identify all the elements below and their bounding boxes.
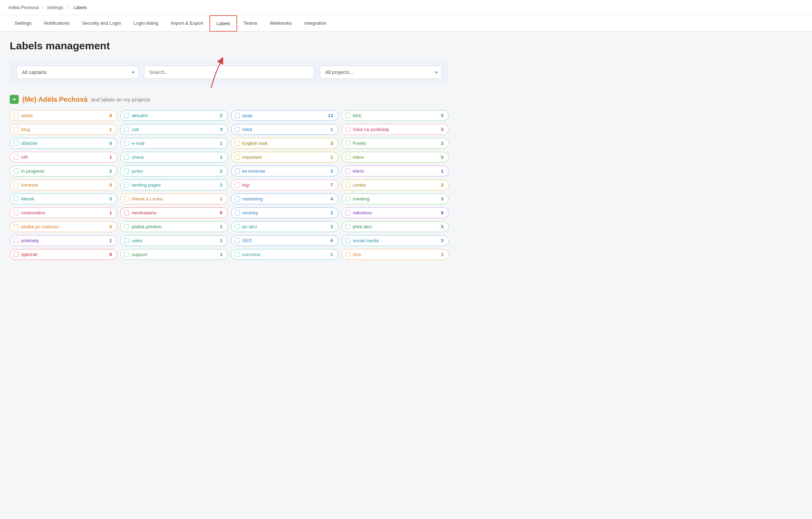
add-label-button[interactable]: + — [10, 95, 19, 104]
label-item[interactable]: HR 1 — [10, 152, 117, 163]
tab-import-export[interactable]: Import & Export — [164, 15, 209, 31]
label-checkbox[interactable] — [345, 210, 350, 215]
label-checkbox[interactable] — [235, 238, 240, 243]
label-checkbox[interactable] — [345, 113, 350, 118]
label-item[interactable]: kontrola 0 — [10, 180, 117, 190]
label-item[interactable]: support 1 — [120, 249, 227, 260]
tab-webhooks[interactable]: Webhooks — [264, 15, 298, 31]
label-item[interactable]: sales 1 — [120, 235, 227, 246]
label-checkbox[interactable] — [124, 182, 129, 188]
label-item[interactable]: běží 5 — [341, 110, 449, 121]
label-item[interactable]: klient 1 — [341, 166, 449, 176]
label-checkbox[interactable] — [345, 182, 350, 188]
label-item[interactable]: SEO 6 — [231, 235, 338, 246]
label-item[interactable]: Lenka 2 — [341, 180, 449, 190]
tab-teams[interactable]: Teams — [237, 15, 264, 31]
label-checkbox[interactable] — [124, 238, 129, 243]
label-checkbox[interactable] — [345, 155, 350, 160]
tab-login-listing[interactable]: Login listing — [127, 15, 164, 31]
projects-filter[interactable]: All projects... — [320, 66, 442, 79]
label-checkbox[interactable] — [124, 155, 129, 160]
label-checkbox[interactable] — [14, 196, 19, 201]
label-checkbox[interactable] — [235, 196, 240, 201]
label-checkbox[interactable] — [345, 168, 350, 174]
label-item[interactable]: legi 7 — [231, 180, 338, 190]
label-checkbox[interactable] — [235, 224, 240, 229]
label-item[interactable]: překlady 1 — [10, 235, 117, 246]
captain-select[interactable]: All captains — [17, 66, 139, 79]
label-checkbox[interactable] — [345, 252, 350, 257]
label-item[interactable]: ke kontrole 3 — [231, 166, 338, 176]
label-checkbox[interactable] — [235, 155, 240, 160]
label-checkbox[interactable] — [14, 182, 19, 188]
label-checkbox[interactable] — [124, 127, 129, 132]
label-item[interactable]: neuhrazeno 0 — [120, 207, 227, 218]
label-checkbox[interactable] — [345, 238, 350, 243]
label-item[interactable]: call 3 — [120, 124, 227, 135]
label-item[interactable]: čeká na podklady 5 — [341, 124, 449, 135]
label-item[interactable]: inbox 0 — [341, 152, 449, 163]
label-checkbox[interactable] — [14, 210, 19, 215]
label-item[interactable]: Marek a Lenka 1 — [120, 193, 227, 204]
label-item[interactable]: nedovoláno 1 — [10, 207, 117, 218]
label-checkbox[interactable] — [124, 113, 129, 118]
label-item[interactable]: landing pages 1 — [120, 180, 227, 190]
label-checkbox[interactable] — [235, 127, 240, 132]
label-item[interactable]: check 1 — [120, 152, 227, 163]
label-checkbox[interactable] — [14, 155, 19, 160]
label-checkbox[interactable] — [124, 141, 129, 146]
label-item[interactable]: Marek 3 — [10, 193, 117, 204]
label-item[interactable]: important 1 — [231, 152, 338, 163]
label-item[interactable]: platba po realizaci 0 — [10, 221, 117, 232]
breadcrumb-user[interactable]: Adéla Pechová — [8, 5, 39, 10]
tab-labels[interactable]: Labels — [209, 15, 237, 32]
tab-integration[interactable]: Integration — [298, 15, 333, 31]
label-checkbox[interactable] — [235, 141, 240, 146]
label-checkbox[interactable] — [345, 141, 350, 146]
projects-select[interactable]: All projects... — [320, 66, 442, 79]
breadcrumb-settings[interactable]: Settings — [47, 5, 63, 10]
label-item[interactable]: surovina 1 — [231, 249, 338, 260]
label-checkbox[interactable] — [345, 127, 350, 132]
label-item[interactable]: adela 9 — [10, 110, 117, 121]
label-item[interactable]: odloženo 8 — [341, 207, 449, 218]
label-item[interactable]: meeting 3 — [341, 193, 449, 204]
label-item[interactable]: marketing 4 — [231, 193, 338, 204]
tab-settings[interactable]: Settings — [8, 15, 38, 31]
label-checkbox[interactable] — [14, 252, 19, 257]
label-item[interactable]: aktuální 2 — [120, 110, 227, 121]
label-item[interactable]: platba předem 1 — [120, 221, 227, 232]
label-item[interactable]: English task 3 — [231, 138, 338, 149]
label-item[interactable]: důležité 0 — [10, 138, 117, 149]
label-checkbox[interactable] — [124, 196, 129, 201]
tab-notifications[interactable]: Notifications — [38, 15, 76, 31]
label-item[interactable]: novinky 2 — [231, 207, 338, 218]
label-checkbox[interactable] — [14, 224, 19, 229]
label-item[interactable]: po akci 3 — [231, 221, 338, 232]
label-checkbox[interactable] — [14, 168, 19, 174]
label-item[interactable]: blog 1 — [10, 124, 117, 135]
label-checkbox[interactable] — [235, 252, 240, 257]
label-checkbox[interactable] — [14, 127, 19, 132]
label-item[interactable]: Uce 2 — [341, 249, 449, 260]
label-item[interactable]: asap 13 — [231, 110, 338, 121]
label-item[interactable]: Freelo 3 — [341, 138, 449, 149]
label-checkbox[interactable] — [14, 141, 19, 146]
label-checkbox[interactable] — [14, 238, 19, 243]
label-item[interactable]: in progress 2 — [10, 166, 117, 176]
label-item[interactable]: před akcí 5 — [341, 221, 449, 232]
label-checkbox[interactable] — [345, 224, 350, 229]
label-checkbox[interactable] — [124, 224, 129, 229]
label-checkbox[interactable] — [124, 210, 129, 215]
label-checkbox[interactable] — [235, 113, 240, 118]
label-checkbox[interactable] — [345, 196, 350, 201]
search-input[interactable] — [144, 66, 315, 79]
label-item[interactable]: čeká 1 — [231, 124, 338, 135]
tab-security[interactable]: Security and Login — [76, 15, 127, 31]
captain-filter[interactable]: All captains — [17, 66, 139, 79]
label-item[interactable]: junior 2 — [120, 166, 227, 176]
label-checkbox[interactable] — [124, 168, 129, 174]
label-checkbox[interactable] — [235, 182, 240, 188]
label-item[interactable]: e-mail 1 — [120, 138, 227, 149]
label-item[interactable]: spěchá! 0 — [10, 249, 117, 260]
